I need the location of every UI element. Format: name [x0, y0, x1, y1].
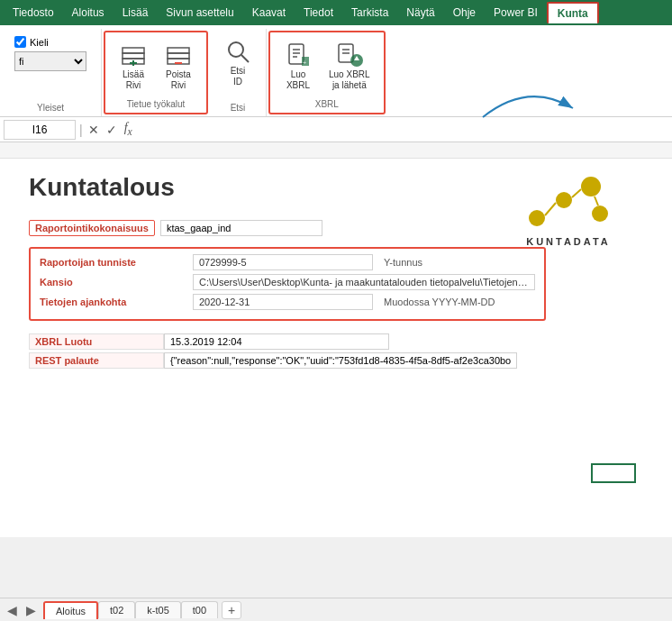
- lisaa-rivi-icon: [119, 41, 148, 69]
- ribbon-group-xbrl: + LuoXBRL Luo X: [268, 31, 386, 114]
- ribbon-group-xbrl-title: XBRL: [315, 96, 339, 109]
- kuntadata-logo: KUNTADATA: [519, 173, 618, 247]
- form-row-tietojen-ajankohta: Tietojen ajankohta 2020-12-31 Muodossa Y…: [40, 294, 535, 310]
- tietojen-ajankohta-value[interactable]: 2020-12-31: [193, 294, 373, 310]
- outlined-fields-section: Raportoijan tunniste 0729999-5 Y-tunnus …: [29, 247, 546, 321]
- sheet-content: KUNTADATA Kuntatalous Raportointikokonai…: [0, 159, 672, 537]
- luo-xbrl-label: LuoXBRL: [286, 69, 310, 91]
- xbrl-luotu-row: XBRL Luotu 15.3.2019 12:04: [29, 333, 643, 350]
- sheet-area: KUNTADATA Kuntatalous Raportointikokonai…: [0, 142, 672, 537]
- raportoijan-tunniste-label: Raportoijan tunniste: [40, 257, 193, 268]
- cancel-formula-icon[interactable]: ✕: [86, 121, 101, 139]
- svg-rect-6: [168, 53, 189, 59]
- menu-lisaa[interactable]: Lisää: [114, 3, 158, 23]
- confirm-formula-icon[interactable]: ✓: [104, 121, 119, 139]
- raportointikokonaisuus-value[interactable]: ktas_gaap_ind: [160, 220, 322, 236]
- blue-arrow-annotation: [474, 72, 582, 126]
- ribbon-tietue-buttons: LisääRivi PoistaRivi: [113, 36, 199, 96]
- menu-tarkista[interactable]: Tarkista: [342, 3, 397, 23]
- menu-bar: Tiedosto Aloitus Lisää Sivun asettelu Ka…: [0, 0, 672, 25]
- raportoijan-tunniste-value[interactable]: 0729999-5: [193, 254, 373, 270]
- svg-point-9: [229, 42, 243, 57]
- ribbon-etsi-buttons: EtsiID: [217, 32, 259, 99]
- ribbon-group-yleiset: Kieli fi Yleiset: [0, 29, 102, 116]
- luo-xbrl-laheta-icon: [335, 41, 364, 69]
- menu-nayta[interactable]: Näytä: [397, 3, 443, 23]
- tietojen-ajankohta-label: Tietojen ajankohta: [40, 297, 193, 307]
- lang-checkbox: Kieli: [14, 36, 49, 48]
- logo-svg: [519, 173, 618, 236]
- svg-point-26: [592, 205, 608, 222]
- svg-line-29: [595, 196, 598, 205]
- menu-sivun-asettelu[interactable]: Sivun asettelu: [157, 3, 242, 23]
- lisaa-rivi-label: LisääRivi: [123, 69, 144, 91]
- rest-palaute-value: {"reason":null,"response":"OK","uuid":"7…: [164, 352, 517, 369]
- svg-point-24: [556, 192, 572, 208]
- xbrl-luotu-label: XBRL Luotu: [29, 333, 164, 350]
- formula-input[interactable]: [138, 120, 668, 140]
- svg-point-25: [581, 177, 601, 196]
- lang-select[interactable]: fi: [14, 51, 86, 71]
- lang-checkbox-input[interactable]: [14, 36, 26, 48]
- form-row-kansio: Kansio C:\Users\User\Desktop\Kunta- ja m…: [40, 274, 535, 290]
- svg-line-10: [241, 55, 249, 62]
- luo-xbrl-laheta-label: Luo XBRLja lähetä: [329, 69, 370, 91]
- svg-text:+: +: [303, 59, 306, 66]
- svg-rect-1: [123, 53, 144, 59]
- ribbon-group-tietue: LisääRivi PoistaRivi Tietue työkalut: [104, 31, 208, 114]
- luo-xbrl-button[interactable]: + LuoXBRL: [277, 36, 319, 96]
- kansio-label: Kansio: [40, 277, 193, 288]
- svg-line-27: [545, 203, 556, 215]
- svg-rect-5: [168, 48, 189, 53]
- etsi-id-button[interactable]: EtsiID: [217, 32, 259, 92]
- ribbon-xbrl-buttons: + LuoXBRL Luo X: [277, 36, 377, 96]
- insert-function-icon[interactable]: fx: [123, 119, 134, 140]
- menu-tiedot[interactable]: Tiedot: [295, 3, 342, 23]
- formula-separator: |: [79, 123, 83, 137]
- poista-rivi-icon: [164, 41, 193, 69]
- lisaa-rivi-button[interactable]: LisääRivi: [113, 36, 154, 96]
- ribbon-group-yleiset-buttons: Kieli fi: [7, 32, 94, 99]
- raportointikokonaisuus-label: Raportointikokonaisuus: [29, 220, 155, 236]
- etsi-id-label: EtsiID: [231, 66, 246, 87]
- etsi-id-icon: [223, 37, 252, 66]
- lang-area: Kieli fi: [7, 32, 94, 75]
- green-selection-box: [591, 463, 636, 483]
- cell-reference-input[interactable]: I16: [4, 120, 76, 140]
- logo-text: KUNTADATA: [526, 236, 611, 247]
- ribbon-group-tietue-title: Tietue työkalut: [127, 96, 186, 109]
- menu-ohje[interactable]: Ohje: [444, 3, 485, 23]
- rest-palaute-row: REST palaute {"reason":null,"response":"…: [29, 352, 643, 369]
- rest-palaute-label: REST palaute: [29, 352, 164, 369]
- menu-power-bi[interactable]: Power BI: [485, 3, 547, 23]
- menu-kaavat[interactable]: Kaavat: [243, 3, 295, 23]
- poista-rivi-button[interactable]: PoistaRivi: [158, 36, 199, 96]
- xbrl-luotu-value: 15.3.2019 12:04: [164, 333, 389, 350]
- svg-rect-0: [123, 48, 144, 53]
- lang-checkbox-label: Kieli: [30, 37, 49, 48]
- kansio-value[interactable]: C:\Users\User\Desktop\Kunta- ja maakunta…: [193, 274, 535, 290]
- tietojen-ajankohta-hint: Muodossa YYYY-MM-DD: [384, 297, 495, 307]
- luo-xbrl-laheta-button[interactable]: Luo XBRLja lähetä: [322, 36, 377, 96]
- ribbon-group-etsi: EtsiID Etsi: [210, 29, 267, 116]
- svg-line-28: [572, 189, 581, 197]
- column-header-row: [0, 142, 672, 159]
- data-section: XBRL Luotu 15.3.2019 12:04 REST palaute …: [29, 333, 643, 369]
- ribbon-group-yleiset-title: Yleiset: [37, 99, 64, 113]
- luo-xbrl-icon: +: [284, 41, 313, 69]
- menu-aloitus[interactable]: Aloitus: [63, 3, 114, 23]
- svg-rect-11: [289, 44, 304, 64]
- raportoijan-tunniste-hint: Y-tunnus: [384, 257, 422, 268]
- form-row-raportoijan-tunniste: Raportoijan tunniste 0729999-5 Y-tunnus: [40, 254, 535, 270]
- poista-rivi-label: PoistaRivi: [166, 69, 191, 91]
- menu-kunta[interactable]: Kunta: [547, 2, 599, 23]
- menu-tiedosto[interactable]: Tiedosto: [4, 3, 63, 23]
- svg-point-23: [529, 210, 545, 226]
- ribbon-group-etsi-title: Etsi: [231, 99, 246, 113]
